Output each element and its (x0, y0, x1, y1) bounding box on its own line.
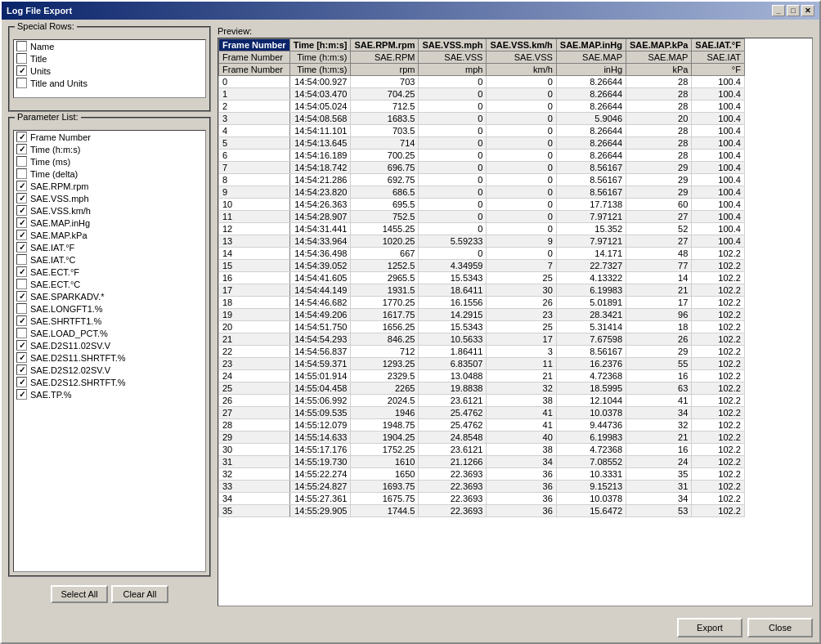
table-row[interactable]: 114:54:03.470704.25008.2664428100.4 (219, 88, 745, 101)
maximize-button[interactable]: □ (787, 5, 800, 16)
clear-all-button[interactable]: Clear All (111, 585, 168, 603)
table-row[interactable]: 2114:54:54.293846.2510.5633177.675982610… (219, 333, 745, 346)
param-list-item[interactable]: SAE.ECT.°F (14, 266, 205, 278)
checkbox[interactable] (16, 254, 27, 265)
param-list-item[interactable]: SAE.TP.% (14, 388, 205, 400)
param-list-item[interactable]: SAE.LONGFT1.% (14, 302, 205, 315)
checkbox[interactable] (16, 132, 27, 142)
param-list-item[interactable]: SAE.VSS.mph (14, 192, 205, 204)
param-list-item[interactable]: Time (delta) (14, 168, 205, 180)
table-row[interactable]: 714:54:18.742696.75008.5616729100.4 (219, 162, 745, 174)
export-button[interactable]: Export (677, 618, 742, 637)
checkbox[interactable] (16, 303, 27, 314)
table-row[interactable]: 014:54:00.927703008.2664428100.4 (219, 76, 745, 88)
param-list-item[interactable]: Time (ms) (14, 155, 205, 168)
table-row[interactable]: 2614:55:06.9922024.523.61213812.10444110… (219, 395, 745, 407)
table-row[interactable]: 2014:54:51.7501656.2515.5343255.31414181… (219, 321, 745, 333)
minimize-button[interactable]: _ (772, 5, 785, 16)
checkbox[interactable] (16, 352, 27, 363)
table-row[interactable]: 3114:55:19.730161021.1266347.0855224102.… (219, 456, 745, 468)
table-row[interactable]: 1514:54:39.0521252.54.34959722.732777102… (219, 260, 745, 272)
param-list-item[interactable]: SAE.D2S11.SHRTFT.% (14, 351, 205, 364)
col-header-1[interactable]: SAE.VSS.mph (419, 39, 487, 51)
select-all-button[interactable]: Select All (51, 585, 108, 603)
checkbox[interactable] (16, 242, 27, 253)
param-list-item[interactable]: SAE.D2S12.02SV.V (14, 364, 205, 376)
checkbox[interactable] (16, 144, 27, 154)
special-row-item[interactable]: Title and Units (14, 77, 205, 89)
param-list-item[interactable]: SAE.MAP.kPa (14, 229, 205, 241)
table-row[interactable]: 614:54:16.189700.25008.2664428100.4 (219, 150, 745, 162)
col-header-1[interactable]: SAE.MAP.inHg (556, 39, 626, 51)
checkbox[interactable] (16, 279, 27, 289)
preview-table-container[interactable]: Frame NumberTime [h:m:s]SAE.RPM.rpmSAE.V… (218, 38, 813, 606)
table-row[interactable]: 2414:55:01.9142329.513.0488214.723681610… (219, 370, 745, 382)
checkbox[interactable] (16, 230, 27, 240)
checkbox[interactable] (16, 65, 27, 76)
table-row[interactable]: 2914:55:14.6331904.2524.8548406.19983211… (219, 432, 745, 444)
checkbox[interactable] (16, 217, 27, 228)
table-row[interactable]: 1414:54:36.4986670014.17148102.2 (219, 248, 745, 260)
param-list-item[interactable]: Time (h:m:s) (14, 143, 205, 155)
table-row[interactable]: 3414:55:27.3611675.7522.36933610.0378341… (219, 493, 745, 505)
param-list-item[interactable]: SAE.SPARKADV.* (14, 290, 205, 302)
checkbox[interactable] (16, 340, 27, 351)
table-row[interactable]: 2314:54:59.3711293.256.835071116.2376551… (219, 358, 745, 370)
param-list-item[interactable]: SAE.ECT.°C (14, 278, 205, 290)
table-row[interactable]: 3314:55:24.8271693.7522.3693369.15213311… (219, 481, 745, 493)
param-list-item[interactable]: Frame Number (14, 131, 205, 143)
col-header-1[interactable]: SAE.VSS.km/h (487, 39, 556, 51)
table-row[interactable]: 414:54:11.101703.5008.2664428100.4 (219, 125, 745, 137)
checkbox[interactable] (16, 205, 27, 216)
checkbox[interactable] (16, 266, 27, 277)
table-row[interactable]: 1314:54:33.9641020.255.5923397.971212710… (219, 235, 745, 248)
table-row[interactable]: 3014:55:17.1761752.2523.6121384.72368161… (219, 444, 745, 456)
checkbox[interactable] (16, 377, 27, 387)
checkbox[interactable] (16, 41, 27, 51)
special-row-item[interactable]: Units (14, 65, 205, 77)
table-row[interactable]: 1114:54:28.907752.5007.9712127100.4 (219, 211, 745, 223)
param-list-item[interactable]: SAE.IAT.°F (14, 241, 205, 253)
checkbox[interactable] (16, 291, 27, 302)
checkbox[interactable] (16, 315, 27, 326)
table-row[interactable]: 2714:55:09.535194625.47624110.037834102.… (219, 407, 745, 419)
param-list-item[interactable]: SAE.D2S11.02SV.V (14, 339, 205, 351)
col-header-1[interactable]: Frame Number (219, 39, 290, 51)
checkbox[interactable] (16, 156, 27, 167)
col-header-1[interactable]: Time [h:m:s] (289, 39, 351, 51)
param-list-item[interactable]: SAE.VSS.km/h (14, 204, 205, 217)
table-row[interactable]: 1214:54:31.4411455.250015.35252100.4 (219, 223, 745, 235)
param-list-item[interactable]: SAE.LOAD_PCT.% (14, 327, 205, 339)
close-button-footer[interactable]: Close (747, 618, 813, 637)
checkbox[interactable] (16, 78, 27, 88)
table-row[interactable]: 1614:54:41.6052965.515.5343254.133221410… (219, 272, 745, 284)
param-list-item[interactable]: SAE.D2S12.SHRTFT.% (14, 376, 205, 388)
checkbox[interactable] (16, 53, 27, 64)
table-row[interactable]: 1014:54:26.363695.50017.713860100.4 (219, 199, 745, 211)
param-list-item[interactable]: SAE.SHRTFT1.% (14, 315, 205, 327)
table-row[interactable]: 1814:54:46.6821770.2516.1556265.01891171… (219, 297, 745, 309)
col-header-1[interactable]: SAE.MAP.kPa (626, 39, 692, 51)
col-header-1[interactable]: SAE.RPM.rpm (351, 39, 419, 51)
checkbox[interactable] (16, 168, 27, 179)
special-rows-listbox[interactable]: NameTitleUnitsTitle and Units (13, 39, 206, 98)
special-row-item[interactable]: Name (14, 40, 205, 52)
param-listbox[interactable]: Frame NumberTime (h:m:s)Time (ms)Time (d… (13, 130, 206, 572)
param-list-item[interactable]: SAE.MAP.inHg (14, 217, 205, 229)
table-row[interactable]: 214:54:05.024712.5008.2664428100.4 (219, 101, 745, 113)
param-list-item[interactable]: SAE.IAT.°C (14, 253, 205, 266)
table-row[interactable]: 314:54:08.5681683.5005.904620100.4 (219, 113, 745, 125)
checkbox[interactable] (16, 181, 27, 191)
col-header-1[interactable]: SAE.IAT.°F (692, 39, 745, 51)
table-row[interactable]: 3514:55:29.9051744.522.36933615.64725310… (219, 505, 745, 517)
close-button[interactable]: ✕ (801, 5, 814, 16)
table-row[interactable]: 3214:55:22.274165022.36933610.333135102.… (219, 468, 745, 481)
table-row[interactable]: 1914:54:49.2061617.7514.29152328.3421961… (219, 309, 745, 321)
table-row[interactable]: 2514:55:04.458226519.88383218.599563102.… (219, 382, 745, 395)
special-row-item[interactable]: Title (14, 52, 205, 65)
table-row[interactable]: 914:54:23.820686.5008.5616729100.4 (219, 186, 745, 199)
param-list-item[interactable]: SAE.RPM.rpm (14, 180, 205, 192)
table-row[interactable]: 2814:55:12.0791948.7525.4762419.44736321… (219, 419, 745, 432)
table-row[interactable]: 814:54:21.286692.75008.5616729100.4 (219, 174, 745, 186)
checkbox[interactable] (16, 389, 27, 400)
